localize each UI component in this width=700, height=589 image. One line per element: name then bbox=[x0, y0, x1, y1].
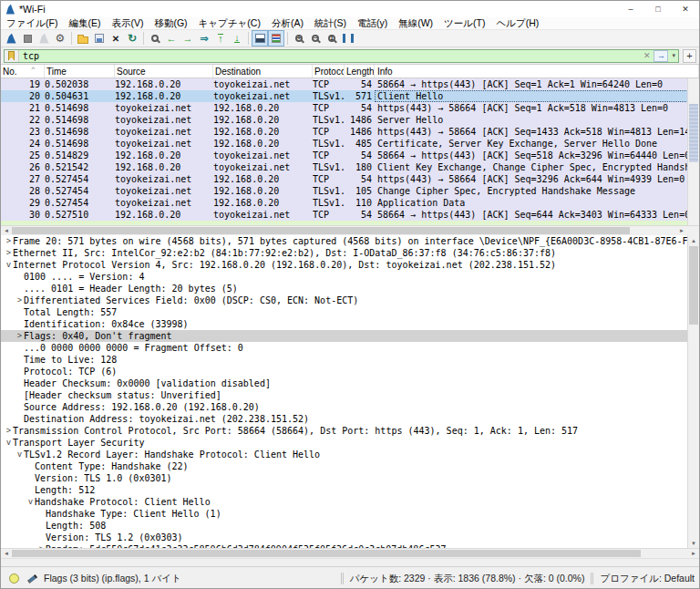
filter-apply-button[interactable]: → bbox=[654, 50, 668, 62]
colorize-packets-button[interactable] bbox=[268, 30, 284, 46]
zoom-original-button[interactable]: 1 bbox=[324, 30, 340, 46]
menu-item-6[interactable]: 統計(S) bbox=[309, 17, 352, 30]
menu-item-4[interactable]: キャプチャ(C) bbox=[193, 17, 266, 30]
menu-item-1[interactable]: 編集(E) bbox=[63, 17, 106, 30]
scroll-right-icon[interactable]: ► bbox=[676, 226, 687, 235]
packet-row-22[interactable]: 220.514698toyokeizai.net192.168.0.20TLSv… bbox=[1, 114, 699, 126]
column-header-info[interactable]: Info bbox=[375, 65, 699, 78]
detail-line-15[interactable]: Destination Address: toyokeizai.net (202… bbox=[1, 413, 687, 425]
previous-packet-button[interactable]: ← bbox=[163, 30, 180, 46]
detail-line-3[interactable]: 0100 .... = Version: 4 bbox=[1, 271, 687, 283]
reload-file-button[interactable]: ↻ bbox=[124, 30, 140, 46]
packet-row-28[interactable]: 280.527454toyokeizai.net192.168.0.20TLSv… bbox=[1, 185, 699, 197]
detail-line-7[interactable]: Identification: 0x84ce (33998) bbox=[1, 318, 687, 330]
detail-line-5[interactable]: >Differentiated Services Field: 0x00 (DS… bbox=[1, 294, 687, 306]
expert-info-icon[interactable] bbox=[9, 574, 19, 584]
detail-line-14[interactable]: Source Address: 192.168.0.20 (192.168.0.… bbox=[1, 401, 687, 413]
zoom-out-button[interactable]: − bbox=[307, 30, 324, 46]
packet-row-24[interactable]: 240.514698toyokeizai.net192.168.0.20TLSv… bbox=[1, 138, 699, 150]
goto-packet-button[interactable]: ⇒ bbox=[196, 30, 212, 46]
save-file-button[interactable] bbox=[91, 30, 108, 46]
filter-bookmark-button[interactable] bbox=[5, 50, 19, 62]
start-capture-button[interactable] bbox=[3, 30, 19, 46]
detail-line-10[interactable]: Time to Live: 128 bbox=[1, 354, 687, 366]
menu-item-7[interactable]: 電話(y) bbox=[352, 17, 393, 30]
zoom-in-button[interactable]: + bbox=[291, 30, 307, 46]
scroll-right-icon[interactable]: ► bbox=[688, 549, 699, 558]
detail-line-12[interactable]: Header Checksum: 0x0000 [validation disa… bbox=[1, 377, 687, 389]
detail-vscroll-thumb[interactable] bbox=[689, 246, 698, 325]
expanded-icon[interactable]: v bbox=[5, 259, 13, 271]
capture-comment-icon[interactable] bbox=[27, 574, 37, 584]
menu-item-9[interactable]: ツール(T) bbox=[438, 17, 490, 30]
minimize-button[interactable]: – bbox=[617, 1, 644, 17]
packet-row-25[interactable]: 250.514829192.168.0.20toyokeizai.netTCP5… bbox=[1, 150, 699, 161]
filter-clear-icon[interactable]: ✕ bbox=[640, 51, 654, 60]
detail-line-9[interactable]: ...0 0000 0000 0000 = Fragment Offset: 0 bbox=[1, 342, 687, 354]
column-header-time[interactable]: Time bbox=[45, 65, 115, 78]
filter-dropdown-icon[interactable]: ▾ bbox=[669, 52, 678, 59]
detail-line-11[interactable]: Protocol: TCP (6) bbox=[1, 366, 687, 377]
capture-options-button[interactable]: ⚙ bbox=[52, 30, 68, 46]
packet-row-19[interactable]: 190.502038192.168.0.20toyokeizai.netTCP5… bbox=[1, 78, 699, 90]
column-header-protocol[interactable]: Protocol bbox=[313, 65, 345, 78]
collapsed-icon[interactable]: > bbox=[15, 294, 24, 306]
detail-line-23[interactable]: Handshake Type: Client Hello (1) bbox=[1, 508, 687, 520]
maximize-button[interactable]: □ bbox=[644, 1, 672, 17]
menu-item-8[interactable]: 無線(W) bbox=[393, 17, 438, 30]
open-file-button[interactable] bbox=[75, 30, 91, 46]
detail-line-1[interactable]: >Ethernet II, Src: IntelCor_92:e2:b2 (84… bbox=[1, 247, 687, 259]
menu-item-2[interactable]: 表示(V) bbox=[106, 17, 149, 30]
expanded-icon[interactable]: v bbox=[15, 449, 24, 460]
expanded-icon[interactable]: v bbox=[26, 496, 35, 508]
menu-item-5[interactable]: 分析(A) bbox=[266, 17, 309, 30]
expanded-icon[interactable]: v bbox=[5, 437, 13, 449]
detail-line-18[interactable]: vTLSv1.2 Record Layer: Handshake Protoco… bbox=[1, 449, 687, 460]
collapsed-icon[interactable]: > bbox=[5, 425, 13, 437]
detail-line-22[interactable]: vHandshake Protocol: Client Hello bbox=[1, 496, 687, 508]
packet-row-29[interactable]: 290.527454toyokeizai.net192.168.0.20TLSv… bbox=[1, 197, 699, 209]
detail-line-17[interactable]: vTransport Layer Security bbox=[1, 437, 687, 449]
menu-item-10[interactable]: ヘルプ(H) bbox=[490, 17, 544, 30]
detail-line-19[interactable]: Content Type: Handshake (22) bbox=[1, 460, 687, 472]
column-header-no[interactable]: No.^ bbox=[1, 65, 45, 78]
detail-line-2[interactable]: vInternet Protocol Version 4, Src: 192.1… bbox=[1, 259, 687, 271]
collapsed-icon[interactable]: > bbox=[5, 247, 13, 259]
collapsed-icon[interactable]: > bbox=[5, 235, 13, 247]
detail-line-6[interactable]: Total Length: 557 bbox=[1, 306, 687, 318]
detail-line-20[interactable]: Version: TLS 1.0 (0x0301) bbox=[1, 472, 687, 484]
resize-columns-button[interactable] bbox=[340, 30, 356, 46]
display-filter-input[interactable]: tcp ✕ → ▾ bbox=[4, 49, 679, 63]
close-file-button[interactable]: ✕ bbox=[108, 30, 124, 46]
detail-line-8[interactable]: >Flags: 0x40, Don't fragment bbox=[1, 330, 687, 342]
detail-hscrollbar[interactable]: ◄ ► bbox=[1, 548, 699, 558]
column-header-destination[interactable]: Destination bbox=[213, 65, 313, 78]
collapsed-icon[interactable]: > bbox=[15, 330, 24, 342]
filter-value[interactable]: tcp bbox=[19, 51, 640, 61]
detail-line-21[interactable]: Length: 512 bbox=[1, 484, 687, 496]
detail-line-25[interactable]: Version: TLS 1.2 (0x0303) bbox=[1, 532, 687, 543]
close-button[interactable]: ✕ bbox=[672, 1, 699, 17]
detail-line-13[interactable]: [Header checksum status: Unverified] bbox=[1, 389, 687, 401]
packet-row-21[interactable]: 210.514698toyokeizai.net192.168.0.20TCP5… bbox=[1, 102, 699, 114]
packet-row-30[interactable]: 300.527510192.168.0.20toyokeizai.netTCP5… bbox=[1, 209, 699, 221]
packet-list-vscroll-thumb[interactable] bbox=[689, 104, 698, 162]
filter-add-button[interactable]: + bbox=[683, 49, 696, 63]
packet-row-27[interactable]: 270.527454toyokeizai.net192.168.0.20TCP5… bbox=[1, 173, 699, 185]
status-profile[interactable]: プロファイル: Default bbox=[600, 573, 695, 585]
auto-scroll-button[interactable] bbox=[252, 30, 268, 46]
scroll-left-icon[interactable]: ◄ bbox=[1, 549, 12, 558]
last-packet-button[interactable]: ↓ bbox=[229, 30, 245, 46]
detail-vscrollbar[interactable]: ▲ ▼ bbox=[687, 235, 699, 548]
packet-row-23[interactable]: 230.514698toyokeizai.net192.168.0.20TCP1… bbox=[1, 126, 699, 138]
detail-line-24[interactable]: Length: 508 bbox=[1, 520, 687, 532]
find-packet-button[interactable] bbox=[147, 30, 163, 46]
column-header-length[interactable]: Length bbox=[345, 65, 375, 78]
scroll-left-icon[interactable]: ◄ bbox=[1, 226, 12, 235]
menu-item-0[interactable]: ファイル(F) bbox=[1, 17, 63, 30]
packet-list-hscrollbar[interactable]: ◄ ► bbox=[1, 225, 699, 235]
packet-list-vscrollbar[interactable] bbox=[687, 78, 699, 225]
next-packet-button[interactable]: → bbox=[180, 30, 196, 46]
detail-line-4[interactable]: .... 0101 = Header Length: 20 bytes (5) bbox=[1, 283, 687, 294]
pane-resize-handle[interactable] bbox=[1, 558, 699, 566]
